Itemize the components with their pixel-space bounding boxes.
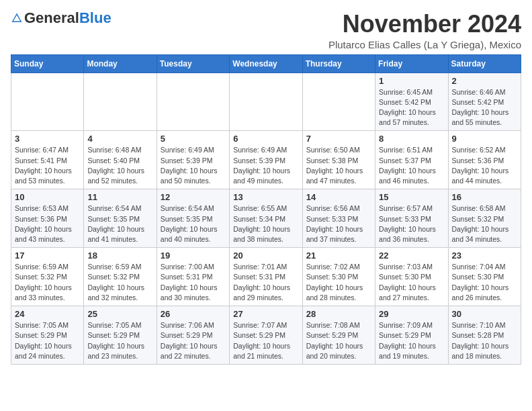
day-info: Sunrise: 6:49 AM Sunset: 5:39 PM Dayligh…	[233, 145, 298, 186]
day-info: Sunrise: 6:47 AM Sunset: 5:41 PM Dayligh…	[15, 145, 80, 186]
calendar-cell: 24Sunrise: 7:05 AM Sunset: 5:29 PM Dayli…	[11, 306, 84, 365]
day-info: Sunrise: 6:54 AM Sunset: 5:35 PM Dayligh…	[161, 203, 226, 244]
calendar-cell: 17Sunrise: 6:59 AM Sunset: 5:32 PM Dayli…	[11, 248, 84, 306]
day-number: 22	[379, 250, 444, 261]
logo: General Blue	[11, 11, 112, 26]
calendar-cell: 29Sunrise: 7:09 AM Sunset: 5:29 PM Dayli…	[375, 306, 448, 365]
day-of-week-monday: Monday	[84, 54, 157, 73]
calendar-cell: 1Sunrise: 6:45 AM Sunset: 5:42 PM Daylig…	[375, 73, 448, 131]
calendar-cell: 14Sunrise: 6:56 AM Sunset: 5:33 PM Dayli…	[302, 189, 375, 248]
day-number: 13	[233, 192, 298, 202]
day-of-week-tuesday: Tuesday	[157, 54, 229, 73]
calendar-cell: 3Sunrise: 6:47 AM Sunset: 5:41 PM Daylig…	[11, 131, 84, 189]
day-number: 15	[379, 192, 444, 202]
day-number: 12	[161, 192, 226, 202]
location-title: Plutarco Elias Calles (La Y Griega), Mex…	[328, 39, 521, 50]
day-number: 10	[15, 192, 80, 202]
day-info: Sunrise: 7:04 AM Sunset: 5:30 PM Dayligh…	[452, 262, 517, 303]
day-info: Sunrise: 7:03 AM Sunset: 5:30 PM Dayligh…	[379, 262, 444, 303]
week-row-5: 24Sunrise: 7:05 AM Sunset: 5:29 PM Dayli…	[11, 306, 521, 365]
day-info: Sunrise: 7:08 AM Sunset: 5:29 PM Dayligh…	[306, 320, 371, 361]
logo-icon	[11, 12, 23, 24]
day-number: 1	[379, 76, 444, 86]
day-number: 14	[306, 192, 371, 202]
calendar-cell: 30Sunrise: 7:10 AM Sunset: 5:28 PM Dayli…	[448, 306, 521, 365]
day-info: Sunrise: 6:57 AM Sunset: 5:33 PM Dayligh…	[379, 203, 444, 244]
calendar-cell: 13Sunrise: 6:55 AM Sunset: 5:34 PM Dayli…	[230, 189, 302, 248]
day-number: 8	[379, 134, 444, 144]
day-of-week-friday: Friday	[375, 54, 448, 73]
calendar-cell: 5Sunrise: 6:49 AM Sunset: 5:39 PM Daylig…	[157, 131, 229, 189]
day-info: Sunrise: 7:07 AM Sunset: 5:29 PM Dayligh…	[233, 320, 298, 361]
calendar-cell: 7Sunrise: 6:50 AM Sunset: 5:38 PM Daylig…	[302, 131, 375, 189]
day-number: 25	[87, 309, 152, 319]
day-info: Sunrise: 7:00 AM Sunset: 5:31 PM Dayligh…	[161, 262, 226, 303]
day-number: 28	[306, 309, 371, 319]
day-info: Sunrise: 6:50 AM Sunset: 5:38 PM Dayligh…	[306, 145, 371, 186]
day-info: Sunrise: 6:49 AM Sunset: 5:39 PM Dayligh…	[161, 145, 226, 186]
day-number: 19	[161, 250, 226, 261]
calendar-cell	[157, 73, 229, 131]
day-info: Sunrise: 6:45 AM Sunset: 5:42 PM Dayligh…	[379, 87, 444, 128]
day-info: Sunrise: 7:01 AM Sunset: 5:31 PM Dayligh…	[233, 262, 298, 303]
calendar-cell	[11, 73, 84, 131]
week-row-2: 3Sunrise: 6:47 AM Sunset: 5:41 PM Daylig…	[11, 131, 521, 189]
day-info: Sunrise: 6:54 AM Sunset: 5:35 PM Dayligh…	[87, 203, 152, 244]
day-of-week-saturday: Saturday	[448, 54, 521, 73]
calendar-cell: 10Sunrise: 6:53 AM Sunset: 5:36 PM Dayli…	[11, 189, 84, 248]
day-number: 7	[306, 134, 371, 144]
day-number: 2	[452, 76, 517, 86]
calendar-cell: 2Sunrise: 6:46 AM Sunset: 5:42 PM Daylig…	[448, 73, 521, 131]
day-number: 11	[87, 192, 152, 202]
calendar-cell: 9Sunrise: 6:52 AM Sunset: 5:36 PM Daylig…	[448, 131, 521, 189]
day-number: 30	[452, 309, 517, 319]
day-info: Sunrise: 6:48 AM Sunset: 5:40 PM Dayligh…	[87, 145, 152, 186]
title-area: November 2024 Plutarco Elias Calles (La …	[328, 11, 521, 50]
day-info: Sunrise: 6:46 AM Sunset: 5:42 PM Dayligh…	[452, 87, 517, 128]
calendar: SundayMondayTuesdayWednesdayThursdayFrid…	[11, 54, 521, 365]
day-info: Sunrise: 6:53 AM Sunset: 5:36 PM Dayligh…	[15, 203, 80, 244]
day-of-week-wednesday: Wednesday	[230, 54, 302, 73]
day-number: 29	[379, 309, 444, 319]
day-number: 27	[233, 309, 298, 319]
day-number: 9	[452, 134, 517, 144]
day-number: 16	[452, 192, 517, 202]
day-number: 4	[87, 134, 152, 144]
day-info: Sunrise: 6:59 AM Sunset: 5:32 PM Dayligh…	[87, 262, 152, 303]
day-info: Sunrise: 6:56 AM Sunset: 5:33 PM Dayligh…	[306, 203, 371, 244]
calendar-cell: 15Sunrise: 6:57 AM Sunset: 5:33 PM Dayli…	[375, 189, 448, 248]
day-of-week-thursday: Thursday	[302, 54, 375, 73]
calendar-cell: 22Sunrise: 7:03 AM Sunset: 5:30 PM Dayli…	[375, 248, 448, 306]
calendar-cell: 18Sunrise: 6:59 AM Sunset: 5:32 PM Dayli…	[84, 248, 157, 306]
header: General Blue November 2024 Plutarco Elia…	[11, 11, 521, 50]
week-row-4: 17Sunrise: 6:59 AM Sunset: 5:32 PM Dayli…	[11, 248, 521, 306]
calendar-cell: 25Sunrise: 7:05 AM Sunset: 5:29 PM Dayli…	[84, 306, 157, 365]
day-info: Sunrise: 6:55 AM Sunset: 5:34 PM Dayligh…	[233, 203, 298, 244]
day-info: Sunrise: 7:05 AM Sunset: 5:29 PM Dayligh…	[15, 320, 80, 361]
day-number: 24	[15, 309, 80, 319]
day-info: Sunrise: 7:05 AM Sunset: 5:29 PM Dayligh…	[87, 320, 152, 361]
calendar-cell: 6Sunrise: 6:49 AM Sunset: 5:39 PM Daylig…	[230, 131, 302, 189]
calendar-cell	[302, 73, 375, 131]
day-number: 20	[233, 250, 298, 261]
day-info: Sunrise: 7:10 AM Sunset: 5:28 PM Dayligh…	[452, 320, 517, 361]
day-number: 3	[15, 134, 80, 144]
calendar-cell	[230, 73, 302, 131]
day-info: Sunrise: 7:06 AM Sunset: 5:29 PM Dayligh…	[161, 320, 226, 361]
day-number: 21	[306, 250, 371, 261]
day-info: Sunrise: 7:02 AM Sunset: 5:30 PM Dayligh…	[306, 262, 371, 303]
calendar-cell: 27Sunrise: 7:07 AM Sunset: 5:29 PM Dayli…	[230, 306, 302, 365]
calendar-cell: 8Sunrise: 6:51 AM Sunset: 5:37 PM Daylig…	[375, 131, 448, 189]
month-title: November 2024	[328, 11, 521, 38]
calendar-cell: 11Sunrise: 6:54 AM Sunset: 5:35 PM Dayli…	[84, 189, 157, 248]
day-number: 18	[87, 250, 152, 261]
day-info: Sunrise: 6:52 AM Sunset: 5:36 PM Dayligh…	[452, 145, 517, 186]
day-info: Sunrise: 6:59 AM Sunset: 5:32 PM Dayligh…	[15, 262, 80, 303]
calendar-cell: 16Sunrise: 6:58 AM Sunset: 5:32 PM Dayli…	[448, 189, 521, 248]
day-info: Sunrise: 6:51 AM Sunset: 5:37 PM Dayligh…	[379, 145, 444, 186]
calendar-cell: 21Sunrise: 7:02 AM Sunset: 5:30 PM Dayli…	[302, 248, 375, 306]
calendar-header: SundayMondayTuesdayWednesdayThursdayFrid…	[11, 54, 521, 73]
calendar-cell: 26Sunrise: 7:06 AM Sunset: 5:29 PM Dayli…	[157, 306, 229, 365]
week-row-1: 1Sunrise: 6:45 AM Sunset: 5:42 PM Daylig…	[11, 73, 521, 131]
calendar-body: 1Sunrise: 6:45 AM Sunset: 5:42 PM Daylig…	[11, 73, 521, 364]
